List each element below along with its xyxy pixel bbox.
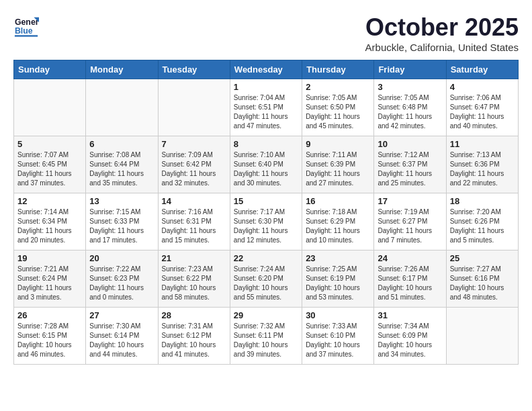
calendar-table: SundayMondayTuesdayWednesdayThursdayFrid… [13,60,519,365]
day-info: Sunrise: 7:26 AM Sunset: 6:17 PM Dayligh… [378,265,442,302]
calendar-week-row: 12Sunrise: 7:14 AM Sunset: 6:34 PM Dayli… [14,193,519,250]
day-number: 22 [234,253,298,263]
day-info: Sunrise: 7:30 AM Sunset: 6:14 PM Dayligh… [89,322,154,359]
calendar-day-cell: 29Sunrise: 7:32 AM Sunset: 6:11 PM Dayli… [230,308,302,365]
day-info: Sunrise: 7:17 AM Sunset: 6:30 PM Dayligh… [234,208,298,245]
day-number: 6 [89,139,154,149]
title-section: October 2025 Arbuckle, California, Unite… [365,13,519,53]
calendar-day-cell: 19Sunrise: 7:21 AM Sunset: 6:24 PM Dayli… [14,250,86,308]
day-number: 15 [234,196,298,206]
day-info: Sunrise: 7:24 AM Sunset: 6:20 PM Dayligh… [234,265,298,302]
day-info: Sunrise: 7:27 AM Sunset: 6:16 PM Dayligh… [450,265,515,302]
day-info: Sunrise: 7:16 AM Sunset: 6:31 PM Dayligh… [162,208,226,245]
day-info: Sunrise: 7:19 AM Sunset: 6:27 PM Dayligh… [378,208,442,245]
svg-text:Blue: Blue [15,26,33,36]
calendar-week-row: 26Sunrise: 7:28 AM Sunset: 6:15 PM Dayli… [14,308,519,365]
day-info: Sunrise: 7:18 AM Sunset: 6:29 PM Dayligh… [306,208,370,245]
logo: General Blue [13,13,39,39]
day-number: 26 [17,310,82,320]
calendar-day-cell [86,79,158,136]
day-number: 23 [306,253,370,263]
day-info: Sunrise: 7:34 AM Sunset: 6:09 PM Dayligh… [378,322,442,359]
day-info: Sunrise: 7:05 AM Sunset: 6:48 PM Dayligh… [378,93,442,131]
day-info: Sunrise: 7:31 AM Sunset: 6:12 PM Dayligh… [162,322,226,359]
weekday-header: Sunday [14,60,86,79]
day-number: 21 [162,253,226,263]
calendar-day-cell: 13Sunrise: 7:15 AM Sunset: 6:33 PM Dayli… [86,193,158,250]
weekday-header: Monday [86,60,158,79]
calendar-header: General Blue October 2025 Arbuckle, Cali… [13,13,519,53]
weekday-header: Friday [374,60,446,79]
day-info: Sunrise: 7:06 AM Sunset: 6:47 PM Dayligh… [450,93,515,131]
day-number: 30 [306,310,370,320]
calendar-day-cell: 26Sunrise: 7:28 AM Sunset: 6:15 PM Dayli… [14,308,86,365]
day-number: 19 [17,253,82,263]
calendar-day-cell [158,79,230,136]
day-number: 1 [234,82,298,92]
day-number: 24 [378,253,442,263]
calendar-day-cell [14,79,86,136]
calendar-day-cell: 14Sunrise: 7:16 AM Sunset: 6:31 PM Dayli… [158,193,230,250]
calendar-day-cell: 11Sunrise: 7:13 AM Sunset: 6:36 PM Dayli… [446,136,518,193]
weekday-header: Wednesday [230,60,302,79]
day-info: Sunrise: 7:13 AM Sunset: 6:36 PM Dayligh… [450,150,515,188]
calendar-day-cell: 25Sunrise: 7:27 AM Sunset: 6:16 PM Dayli… [446,250,518,308]
day-number: 10 [378,139,442,149]
day-info: Sunrise: 7:21 AM Sunset: 6:24 PM Dayligh… [17,265,82,302]
day-number: 18 [450,196,515,206]
day-number: 31 [378,310,442,320]
day-info: Sunrise: 7:20 AM Sunset: 6:26 PM Dayligh… [450,208,515,245]
day-number: 4 [450,82,515,92]
day-info: Sunrise: 7:04 AM Sunset: 6:51 PM Dayligh… [234,93,298,131]
day-number: 7 [162,139,226,149]
calendar-day-cell: 22Sunrise: 7:24 AM Sunset: 6:20 PM Dayli… [230,250,302,308]
day-info: Sunrise: 7:22 AM Sunset: 6:23 PM Dayligh… [89,265,154,302]
calendar-day-cell: 10Sunrise: 7:12 AM Sunset: 6:37 PM Dayli… [374,136,446,193]
calendar-week-row: 1Sunrise: 7:04 AM Sunset: 6:51 PM Daylig… [14,79,519,136]
day-info: Sunrise: 7:23 AM Sunset: 6:22 PM Dayligh… [162,265,226,302]
calendar-day-cell: 24Sunrise: 7:26 AM Sunset: 6:17 PM Dayli… [374,250,446,308]
day-number: 3 [378,82,442,92]
day-info: Sunrise: 7:25 AM Sunset: 6:19 PM Dayligh… [306,265,370,302]
calendar-day-cell: 15Sunrise: 7:17 AM Sunset: 6:30 PM Dayli… [230,193,302,250]
calendar-day-cell: 7Sunrise: 7:09 AM Sunset: 6:42 PM Daylig… [158,136,230,193]
calendar-day-cell: 3Sunrise: 7:05 AM Sunset: 6:48 PM Daylig… [374,79,446,136]
day-info: Sunrise: 7:07 AM Sunset: 6:45 PM Dayligh… [17,150,82,188]
calendar-day-cell: 20Sunrise: 7:22 AM Sunset: 6:23 PM Dayli… [86,250,158,308]
day-info: Sunrise: 7:09 AM Sunset: 6:42 PM Dayligh… [162,150,226,188]
calendar-day-cell: 2Sunrise: 7:05 AM Sunset: 6:50 PM Daylig… [302,79,374,136]
day-info: Sunrise: 7:11 AM Sunset: 6:39 PM Dayligh… [306,150,370,188]
day-number: 17 [378,196,442,206]
calendar-header-row: SundayMondayTuesdayWednesdayThursdayFrid… [14,60,519,79]
weekday-header: Saturday [446,60,518,79]
day-info: Sunrise: 7:32 AM Sunset: 6:11 PM Dayligh… [234,322,298,359]
calendar-day-cell: 4Sunrise: 7:06 AM Sunset: 6:47 PM Daylig… [446,79,518,136]
calendar-day-cell: 8Sunrise: 7:10 AM Sunset: 6:40 PM Daylig… [230,136,302,193]
weekday-header: Tuesday [158,60,230,79]
day-info: Sunrise: 7:33 AM Sunset: 6:10 PM Dayligh… [306,322,370,359]
svg-rect-3 [15,35,38,36]
day-number: 25 [450,253,515,263]
calendar-day-cell: 21Sunrise: 7:23 AM Sunset: 6:22 PM Dayli… [158,250,230,308]
day-number: 12 [17,196,82,206]
calendar-week-row: 19Sunrise: 7:21 AM Sunset: 6:24 PM Dayli… [14,250,519,308]
location: Arbuckle, California, United States [365,42,519,53]
day-number: 5 [17,139,82,149]
day-number: 2 [306,82,370,92]
calendar-day-cell: 23Sunrise: 7:25 AM Sunset: 6:19 PM Dayli… [302,250,374,308]
day-number: 8 [234,139,298,149]
day-info: Sunrise: 7:10 AM Sunset: 6:40 PM Dayligh… [234,150,298,188]
day-number: 20 [89,253,154,263]
day-number: 9 [306,139,370,149]
day-info: Sunrise: 7:15 AM Sunset: 6:33 PM Dayligh… [89,208,154,245]
day-number: 13 [89,196,154,206]
day-number: 16 [306,196,370,206]
weekday-header: Thursday [302,60,374,79]
month-title: October 2025 [365,13,519,42]
calendar-day-cell: 16Sunrise: 7:18 AM Sunset: 6:29 PM Dayli… [302,193,374,250]
calendar-day-cell: 17Sunrise: 7:19 AM Sunset: 6:27 PM Dayli… [374,193,446,250]
logo-icon: General Blue [13,13,39,39]
day-number: 11 [450,139,515,149]
calendar-day-cell: 12Sunrise: 7:14 AM Sunset: 6:34 PM Dayli… [14,193,86,250]
day-info: Sunrise: 7:05 AM Sunset: 6:50 PM Dayligh… [306,93,370,131]
